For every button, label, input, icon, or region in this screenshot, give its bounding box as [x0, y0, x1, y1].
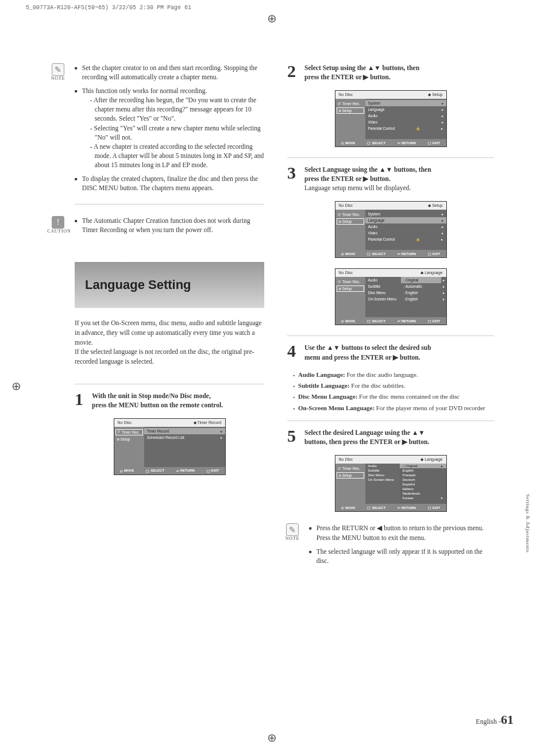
osd-row-language: Language▸ [365, 217, 446, 223]
step1-line-a: With the unit in Stop mode/No Disc mode, [92, 392, 211, 399]
osd-lang-opt-italiano: Italiano [400, 487, 446, 491]
page-number: 61 [501, 712, 514, 727]
registration-mark-left: ⊕ [11, 379, 21, 393]
sub4d-label: On-Screen Menu Language: [298, 404, 375, 411]
step5-line-a: Select the desired Language using the ▲▼ [304, 429, 425, 436]
square-bullet-icon: ■ [75, 176, 78, 192]
osd-side-setup: ⚙Setup [337, 286, 364, 292]
sub4d-desc: For the player menu of your DVD recorder [375, 404, 485, 411]
osd-panel-language-select: No Disc ◆ Language ⏱Timer Rec. ⚙Setup Au… [335, 455, 447, 512]
sub4a-label: Audio Language: [298, 371, 345, 378]
end-note-2: The selected language will only appear i… [317, 547, 494, 565]
osd-side-timer: ⏱Timer Rec. [335, 279, 365, 285]
osd-side-timer: ⏱Timer Rec. [335, 465, 365, 472]
osd-footer: ◇MOVE ▢SELECT ↩RETURN ▢EXIT [335, 139, 446, 146]
step5-line-b: buttons, then press the ENTER or ▶ butto… [304, 438, 429, 445]
osd-panel-timer: No Disc ◆ Timer Record ⏱Timer Rec. ⚙Setu… [114, 418, 226, 475]
osd-lang-subtitle-val: : Automatic [401, 283, 441, 290]
step-number-5: 5 [287, 428, 299, 446]
square-bullet-icon: ■ [75, 218, 78, 234]
note-label: NOTE [47, 76, 69, 81]
caution-text: The Automatic Chapter Creation function … [82, 216, 264, 234]
round-bullet-icon: ● [293, 384, 295, 390]
osd-lang-opt-nederlands: Nederlands [400, 491, 446, 496]
osd-panel-language: No Disc ◆ Language ⏱Timer Rec. ⚙Setup Au… [335, 268, 447, 325]
osd-row-sched-list: Scheduled Record List▸ [144, 434, 225, 441]
osd-lang-opt-english: English [400, 468, 446, 473]
sub4a-desc: For the disc audio language. [345, 371, 418, 378]
osd-lang-opt-deutsch: Deutsch [400, 477, 446, 482]
note-text-2: This function only works for normal reco… [82, 87, 207, 94]
osd-lang-onscreen-val: : English [401, 296, 441, 302]
osd-row-audio: Audio▸ [365, 113, 446, 119]
round-bullet-icon: ● [293, 407, 295, 412]
note-text-2a: - After the recording has begun, the "Do… [90, 95, 264, 123]
osd-row-audio: Audio▸ [365, 223, 446, 230]
step4-line-a: Use the ▲▼ buttons to select the desired… [304, 344, 431, 351]
sub4b-label: Subtitle Language: [298, 382, 350, 389]
osd-row-parental: Parental Control🔒▸ [365, 236, 446, 242]
osd-exit-hint: ▢EXIT [207, 469, 219, 473]
end-note-1b: Press the MENU button to exit the menu. [317, 534, 426, 541]
osd-lang-label-audio: Audio [365, 464, 400, 468]
caution-badge: ! CAUTION [47, 216, 69, 239]
note-text-1: Set the chapter creator to on and then s… [82, 63, 264, 82]
square-bullet-icon: ■ [75, 65, 78, 82]
osd-timer-tag: ◆ Timer Record [194, 421, 222, 425]
osd-setup-tag: ◆ Setup [428, 92, 442, 97]
side-chapter-tab: Settings & Adjustments [525, 494, 531, 553]
osd-row-timer-record: Timer Record▸ [144, 428, 225, 434]
osd-lang-label-onscreen: On-Screen Menu [365, 477, 400, 482]
osd-move-hint: ◇MOVE [120, 469, 134, 473]
square-bullet-icon: ■ [309, 549, 312, 565]
note-text-3: To display the created chapters, finaliz… [82, 174, 264, 192]
pencil-icon: ✎ [52, 63, 64, 76]
osd-side-timer: ⏱Timer Rec. [335, 211, 365, 218]
osd-return-hint: ↩RETURN [176, 469, 195, 473]
note-badge: ✎ NOTE [281, 523, 303, 569]
osd-side-setup: ⚙Setup [337, 107, 364, 114]
osd-lang-opt-original: ✓ Original▲ [400, 464, 446, 468]
osd-row-system: System▸ [365, 100, 446, 106]
osd-select-hint: ▢SELECT [146, 469, 164, 473]
divider [75, 384, 264, 384]
osd-side-timer: ⏱Timer Rec. [115, 429, 143, 435]
step-number-4: 4 [287, 343, 299, 361]
sub4c-label: Disc Menu Language: [298, 393, 357, 400]
step-number-1: 1 [75, 391, 86, 410]
osd-nodisc: No Disc [118, 421, 132, 425]
step3-line-b: press the ENTER or ▶ button. [304, 175, 391, 182]
divider [287, 335, 494, 336]
osd-panel-setup: No Disc ◆ Setup ⏱Timer Rec. ⚙Setup Syste… [335, 90, 447, 147]
step3-line-a: Select Language using the ▲▼ buttons, th… [304, 166, 431, 173]
osd-lang-label-discmenu: Disc Menu [365, 473, 400, 477]
sub4c-desc: For the disc menu contained on the disc [357, 393, 460, 400]
pencil-icon: ✎ [286, 523, 299, 536]
page-footer: English -61 [476, 712, 514, 727]
osd-lang-label-subtitle: Subtitle [365, 468, 400, 473]
sub4b-desc: For the disc subtitles. [350, 382, 406, 389]
step3-line-c: Language setup menu will be displayed. [304, 184, 411, 191]
osd-nodisc: No Disc [339, 92, 353, 97]
osd-side-setup: ⚙Setup [114, 436, 144, 442]
note-badge: ✎ NOTE [47, 63, 69, 197]
step-number-3: 3 [287, 165, 299, 192]
print-header: 5_00773A-R120-AFS(59~65) 3/22/05 2:30 PM… [26, 5, 191, 11]
caution-label: CAUTION [47, 229, 69, 234]
step2-line-a: Select Setup using the ▲▼ buttons, then [304, 64, 419, 71]
divider [287, 157, 494, 158]
step-number-2: 2 [287, 63, 299, 82]
square-bullet-icon: ■ [75, 88, 78, 169]
exclamation-icon: ! [52, 216, 64, 229]
section-title: Language Setting [85, 277, 191, 292]
osd-row-video: Video▸ [365, 119, 446, 125]
osd-footer: ◇MOVE ▢SELECT ↩RETURN ▢EXIT [114, 467, 225, 475]
end-note-1: Press the RETURN or ◀ button to return t… [317, 524, 484, 531]
square-bullet-icon: ■ [309, 525, 312, 542]
osd-row-system: System▸ [365, 211, 446, 217]
note-text-2c: - A new chapter is created according to … [90, 142, 264, 169]
osd-lang-audio-val: : Original [401, 277, 441, 283]
step4-line-b: menu and press the ENTER or ▶ button. [304, 354, 420, 361]
osd-lang-discmenu-val: : English [401, 290, 441, 296]
left-column: ✎ NOTE ■ Set the chapter creator to on a… [75, 63, 264, 577]
